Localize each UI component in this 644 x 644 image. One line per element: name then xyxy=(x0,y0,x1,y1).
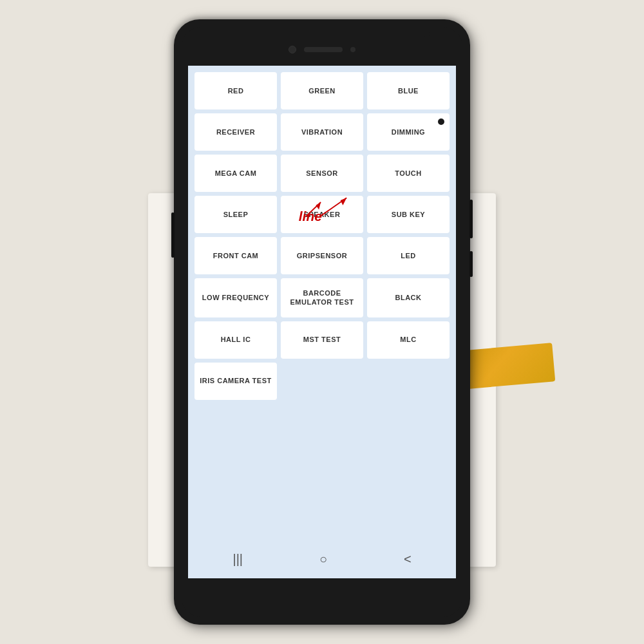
touch-button[interactable]: TOUCH xyxy=(367,155,450,192)
gripsensor-button[interactable]: GRIPSENSOR xyxy=(281,237,363,274)
barcode-emulator-button[interactable]: BARCODE EMULATOR TEST xyxy=(281,278,363,317)
phone-screen: RED GREEN BLUE RECEIVER VIBRATION DIMMIN… xyxy=(188,66,456,578)
phone-body: RED GREEN BLUE RECEIVER VIBRATION DIMMIN… xyxy=(174,19,470,625)
receiver-button[interactable]: RECEIVER xyxy=(194,113,277,151)
empty-cell-1 xyxy=(281,363,363,400)
sensor-button[interactable]: SENSOR xyxy=(281,155,363,192)
speaker-button[interactable]: SPEAKER xyxy=(281,196,363,233)
red-button[interactable]: RED xyxy=(194,72,277,109)
sleep-button[interactable]: SLEEP xyxy=(194,196,277,233)
vibration-button[interactable]: VIBRATION xyxy=(281,113,363,151)
recent-apps-button[interactable]: ||| xyxy=(232,552,243,567)
mlc-button[interactable]: MLC xyxy=(367,321,450,359)
volume-button[interactable] xyxy=(171,213,175,258)
phone-top-bar xyxy=(182,33,462,66)
low-frequency-button[interactable]: LOW FREQUENCY xyxy=(194,278,277,317)
black-button[interactable]: BLACK xyxy=(367,278,450,317)
proximity-sensor xyxy=(350,47,355,52)
phone-nav-bar: ||| ○ < xyxy=(194,540,450,578)
scene: RED GREEN BLUE RECEIVER VIBRATION DIMMIN… xyxy=(0,0,644,644)
bixby-button[interactable] xyxy=(469,251,473,277)
led-button[interactable]: LED xyxy=(367,237,450,274)
phone-screen-area: RED GREEN BLUE RECEIVER VIBRATION DIMMIN… xyxy=(182,27,462,617)
iris-camera-button[interactable]: IRIS CAMERA TEST xyxy=(194,363,277,400)
dimming-button[interactable]: DIMMING xyxy=(367,113,450,151)
back-button[interactable]: < xyxy=(404,552,412,567)
front-camera-dot xyxy=(289,46,296,53)
mst-test-button[interactable]: MST TEST xyxy=(281,321,363,359)
dimming-sensor-dot xyxy=(438,118,444,125)
mega-cam-button[interactable]: MEGA CAM xyxy=(194,155,277,192)
hall-ic-button[interactable]: HALL IC xyxy=(194,321,277,359)
empty-cell-2 xyxy=(367,363,450,400)
green-button[interactable]: GREEN xyxy=(281,72,363,109)
sub-key-button[interactable]: SUB KEY xyxy=(367,196,450,233)
diagnostic-grid: RED GREEN BLUE RECEIVER VIBRATION DIMMIN… xyxy=(188,66,456,406)
blue-button[interactable]: BLUE xyxy=(367,72,450,109)
home-button[interactable]: ○ xyxy=(319,552,327,567)
power-button[interactable] xyxy=(469,200,473,238)
speaker-grille xyxy=(304,47,343,52)
front-cam-button[interactable]: FRONT CAM xyxy=(194,237,277,274)
